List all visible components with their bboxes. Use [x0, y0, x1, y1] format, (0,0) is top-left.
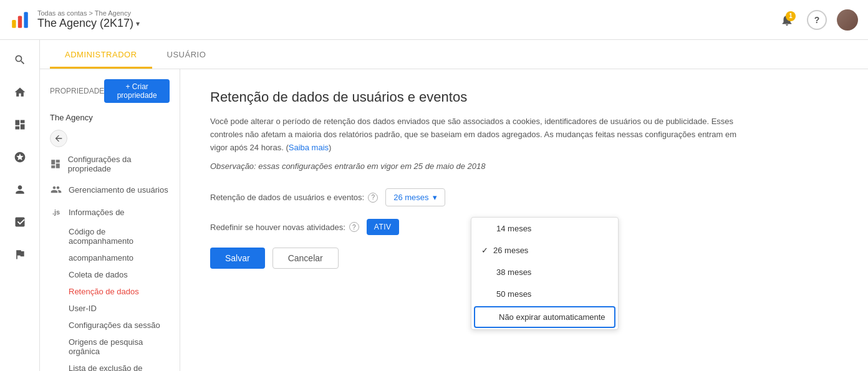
dropdown-option-26[interactable]: ✓ 26 meses	[471, 239, 618, 261]
icon-sidebar	[0, 40, 40, 371]
svg-rect-1	[18, 16, 22, 27]
sidebar-sub-lista-exclusao[interactable]: Lista de exclusão de referênci	[40, 360, 180, 371]
main-layout: ADMINISTRADOR USUÁRIO Propriedade + Cria…	[0, 40, 868, 371]
notifications-button[interactable]: 1	[777, 10, 797, 30]
sidebar-sub-retencao[interactable]: Retenção de dados	[40, 283, 180, 300]
dropdown-option-14[interactable]: 14 meses	[471, 218, 618, 239]
sidebar-item-configuracoes-label: Configurações da propriedade	[68, 155, 170, 173]
account-info: Todas as contas > The Agency The Agency …	[37, 9, 140, 30]
retention-label: Retenção de dados de usuários e eventos:…	[210, 193, 378, 203]
sidebar-sub-coleta[interactable]: Coleta de dados	[40, 266, 180, 283]
save-button[interactable]: Salvar	[210, 248, 265, 269]
sidebar-sub-codigo[interactable]: Código de acompanhamento	[40, 223, 180, 249]
sidebar-item-informacoes-label: Informações de	[69, 208, 125, 217]
gerenciamento-icon	[50, 183, 62, 196]
breadcrumb: Todas as contas > The Agency	[37, 9, 140, 17]
sidebar-item-gerenciamento[interactable]: Gerenciamento de usuários	[40, 178, 180, 201]
agency-name-label: The Agency	[40, 110, 180, 127]
svg-rect-2	[24, 12, 27, 28]
tabs-bar: ADMINISTRADOR USUÁRIO	[40, 40, 868, 69]
cancel-button[interactable]: Cancelar	[272, 248, 339, 269]
tab-user[interactable]: USUÁRIO	[152, 40, 221, 69]
informacoes-icon: .js	[50, 206, 62, 218]
sidebar-section-header: Propriedade + Criar propriedade	[40, 77, 180, 105]
sidebar-item-configuracoes[interactable]: Configurações da propriedade	[40, 150, 180, 178]
sidebar-item-informacoes[interactable]: .js Informações de	[40, 201, 180, 223]
property-sidebar: Propriedade + Criar propriedade The Agen…	[40, 69, 180, 371]
header-actions: 1 ?	[777, 9, 858, 31]
top-header: Todas as contas > The Agency The Agency …	[0, 0, 868, 40]
retention-help-icon[interactable]: ?	[368, 193, 378, 203]
sidebar-search-button[interactable]	[5, 45, 35, 75]
saiba-mais-link[interactable]: Saiba mais	[289, 143, 329, 152]
sidebar-home-button[interactable]	[5, 77, 35, 107]
configuracoes-icon	[50, 158, 62, 170]
account-name[interactable]: The Agency (2K17) ▾	[37, 17, 140, 30]
dropdown-option-38[interactable]: 38 meses	[471, 261, 618, 283]
sidebar-sub-sessao[interactable]: Configurações da sessão	[40, 317, 180, 334]
retention-dropdown-button[interactable]: 26 meses ▾	[385, 188, 445, 206]
sidebar-sub-acompanhamento[interactable]: acompanhamento	[40, 249, 180, 266]
check-mark-icon: ✓	[481, 246, 488, 255]
dropdown-menu: 14 meses ✓ 26 meses 38 meses 50 meses Nã…	[471, 217, 619, 330]
admin-layout: Propriedade + Criar propriedade The Agen…	[40, 69, 868, 371]
dropdown-option-never[interactable]: Não expirar automaticamente	[474, 306, 615, 328]
reset-label: Redefinir se houver novas atividades: ?	[210, 222, 359, 232]
page-title: Retenção de dados de usuários e eventos	[210, 89, 838, 105]
dropdown-arrow-icon: ▾	[433, 193, 437, 202]
sidebar-flag-button[interactable]	[5, 239, 35, 269]
svg-rect-0	[12, 20, 16, 28]
description-text: Você pode alterar o período de retenção …	[210, 115, 746, 154]
toggle-button[interactable]: ATIV	[367, 219, 399, 235]
help-button[interactable]: ?	[807, 10, 827, 30]
create-property-button[interactable]: + Criar propriedade	[104, 79, 170, 103]
content-area: ADMINISTRADOR USUÁRIO Propriedade + Cria…	[40, 40, 868, 371]
sidebar-section-title: Propriedade	[50, 87, 104, 95]
sidebar-dashboard-button[interactable]	[5, 110, 35, 140]
note-text: Observação: essas configurações entrarão…	[210, 161, 838, 171]
tab-admin[interactable]: ADMINISTRADOR	[50, 40, 152, 69]
sidebar-sub-pesquisa[interactable]: Origens de pesquisa orgânica	[40, 334, 180, 360]
user-avatar[interactable]	[837, 9, 858, 31]
sidebar-person-button[interactable]	[5, 175, 35, 205]
sidebar-scatter-button[interactable]	[5, 207, 35, 237]
sidebar-reports-button[interactable]	[5, 142, 35, 172]
retention-row: Retenção de dados de usuários e eventos:…	[210, 188, 838, 206]
logo-area: Todas as contas > The Agency The Agency …	[10, 9, 147, 30]
dropdown-option-50[interactable]: 50 meses	[471, 283, 618, 305]
ga-logo	[10, 10, 30, 30]
notification-badge: 1	[786, 11, 796, 21]
reset-help-icon[interactable]: ?	[349, 222, 359, 232]
sidebar-sub-userid[interactable]: User-ID	[40, 300, 180, 317]
back-button[interactable]	[50, 130, 67, 147]
sidebar-item-gerenciamento-label: Gerenciamento de usuários	[69, 185, 168, 195]
account-dropdown-arrow[interactable]: ▾	[136, 19, 140, 28]
